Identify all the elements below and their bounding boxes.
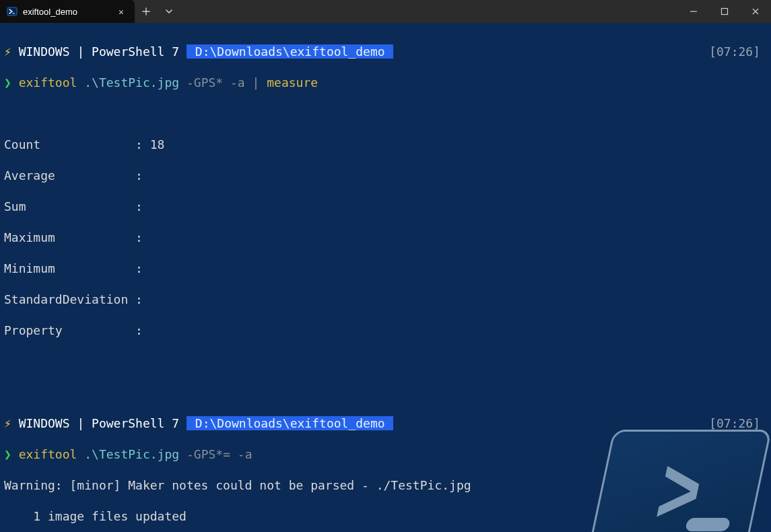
prompt-line: ⚡ WINDOWS | PowerShell 7 D:\Downloads\ex… — [4, 415, 767, 431]
prompt-time: [07:26] — [709, 44, 767, 59]
tab-dropdown-button[interactable] — [158, 0, 180, 23]
minimize-button[interactable] — [678, 0, 709, 23]
output-row: Count : 18 — [4, 137, 767, 152]
tab-exiftool-demo[interactable]: exiftool_demo ✕ — [0, 0, 135, 23]
bolt-icon: ⚡ — [4, 416, 11, 430]
output-blank — [4, 106, 767, 121]
measure-count: 18 — [150, 137, 165, 152]
output-row: Average : — [4, 168, 767, 183]
svg-rect-1 — [13, 13, 15, 13]
prompt-path: D:\Downloads\exiftool_demo — [187, 44, 393, 59]
output-status: 1 image files updated — [4, 508, 767, 524]
terminal-viewport[interactable]: ⚡ WINDOWS | PowerShell 7 D:\Downloads\ex… — [0, 23, 771, 532]
output-row: Sum : — [4, 199, 767, 214]
output-row: Minimum : — [4, 261, 767, 276]
cmd-flag: -GPS* — [187, 75, 223, 90]
output-warning: Warning: [minor] Maker notes could not b… — [4, 477, 767, 493]
cmd-tool: exiftool — [19, 75, 77, 90]
cmd-flag: -a — [230, 75, 245, 90]
close-tab-icon[interactable]: ✕ — [116, 7, 127, 17]
titlebar-drag-region[interactable] — [180, 0, 678, 23]
close-window-button[interactable] — [740, 0, 771, 23]
maximize-button[interactable] — [709, 0, 740, 23]
output-blank — [4, 354, 767, 369]
add-tab-button[interactable] — [135, 0, 158, 23]
bolt-icon: ⚡ — [4, 44, 11, 59]
output-row: Property : — [4, 323, 767, 338]
output-row: Maximum : — [4, 230, 767, 245]
pipe: | — [253, 75, 260, 90]
prompt-line: ⚡ WINDOWS | PowerShell 7 D:\Downloads\ex… — [4, 44, 767, 59]
tab-title: exiftool_demo — [23, 7, 110, 17]
svg-rect-2 — [722, 9, 728, 15]
output-row: StandardDeviation : — [4, 292, 767, 307]
command-line: ❯ exiftool .\TestPic.jpg -GPS* -a | meas… — [4, 75, 767, 90]
titlebar[interactable]: exiftool_demo ✕ — [0, 0, 771, 23]
output-blank — [4, 385, 767, 400]
cmd-tool: measure — [267, 75, 318, 90]
prompt-shell: PowerShell 7 — [92, 44, 179, 59]
command-line: ❯ exiftool .\TestPic.jpg -GPS*= -a — [4, 446, 767, 462]
powershell-icon — [7, 6, 18, 17]
prompt-host: WINDOWS — [19, 44, 70, 59]
cmd-arg: .\TestPic.jpg — [84, 75, 179, 90]
prompt-caret-icon: ❯ — [4, 75, 11, 90]
